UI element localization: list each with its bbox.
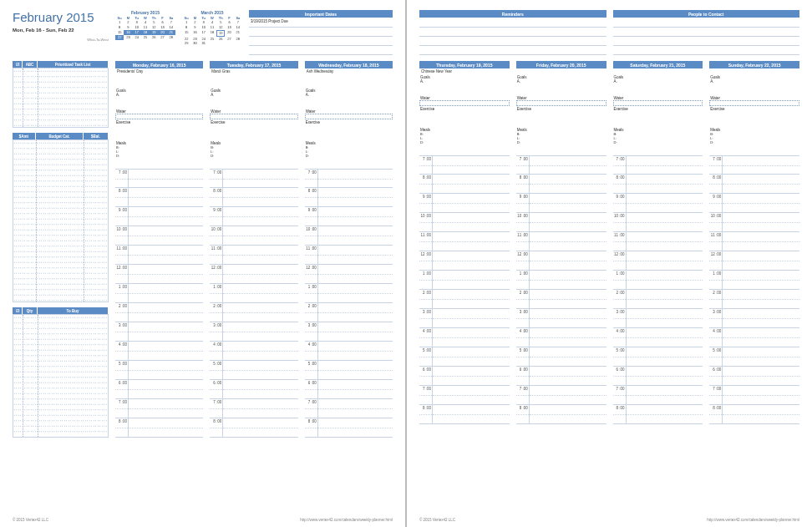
important-dates-body: 3/19/2015 Project Due: [249, 18, 393, 58]
hour-slot: [318, 380, 393, 398]
hour-slot: [129, 284, 203, 302]
hour-label: 10 :00: [210, 226, 223, 245]
reminders-block: Reminders: [419, 10, 606, 58]
hour-label: 12 :00: [305, 265, 318, 283]
hour-label: 8 :00: [613, 405, 627, 423]
hour-row: 10 :00: [305, 226, 393, 246]
hour-row: 2 :00: [419, 290, 510, 309]
water-boxes: [709, 100, 799, 106]
hour-label: 11 :00: [305, 246, 318, 264]
hour-row: 6 :00: [115, 380, 203, 399]
hour-slot: [223, 170, 297, 187]
hour-label: 11 :00: [709, 232, 723, 251]
hour-slot: [318, 188, 393, 206]
hour-slot: [433, 175, 510, 193]
hour-label: 2 :00: [516, 290, 530, 308]
main-columns-right: Thursday, February 19, 2015Chinese New Y…: [419, 61, 799, 424]
meals-area: B:L:D:: [709, 132, 799, 150]
hour-row: 4 :00: [210, 342, 297, 361]
hour-label: 6 :00: [613, 367, 627, 385]
contacts-body: [613, 18, 800, 58]
hour-slot: [723, 367, 799, 385]
hour-slot: [223, 265, 297, 283]
hour-row: 3 :00: [305, 322, 393, 342]
hour-label: 4 :00: [210, 342, 223, 360]
hour-slot: [723, 290, 799, 308]
hour-slot: [723, 386, 799, 404]
planner-spread: February 2015 Mon, Feb 16 - Sun, Feb 22 …: [0, 0, 812, 527]
hour-row: 7 :00: [613, 155, 703, 175]
task-list-header: ☑ABCPrioritized Task List: [13, 61, 109, 68]
goals-area: A.: [305, 94, 393, 109]
goals-area: A.: [115, 94, 203, 109]
hour-slot: [627, 405, 703, 423]
hour-row: 11 :00: [210, 246, 297, 265]
hour-row: 4 :00: [516, 328, 606, 347]
hour-label: 5 :00: [613, 347, 627, 366]
water-boxes: [419, 100, 510, 106]
hour-label: 10 :00: [516, 213, 530, 231]
schedule: 7 :008 :009 :0010 :0011 :0012 :001 :002 …: [305, 169, 393, 438]
hour-row: 9 :00: [613, 194, 703, 213]
hour-label: 7 :00: [115, 399, 129, 418]
hour-slot: [318, 226, 393, 245]
water-boxes: [210, 114, 297, 119]
hour-slot: [530, 405, 606, 423]
hour-row: 8 :00: [613, 175, 703, 194]
hour-label: 1 :00: [516, 271, 530, 289]
hour-label: 8 :00: [613, 175, 627, 193]
hour-row: 11 :00: [115, 246, 203, 265]
day-header: Saturday, February 21, 2015: [613, 61, 703, 68]
hour-slot: [723, 251, 799, 270]
hour-label: 7 :00: [305, 399, 318, 418]
hour-slot: [433, 328, 510, 347]
hour-slot: [223, 399, 297, 418]
schedule: 7 :008 :009 :0010 :0011 :0012 :001 :002 …: [419, 155, 510, 424]
footer-right: © 2015 Vertex42 LLC http://www.vertex42.…: [419, 518, 799, 522]
hour-row: 1 :00: [115, 284, 203, 303]
hour-label: 10 :00: [115, 226, 129, 245]
hour-slot: [723, 232, 799, 251]
copyright: © 2015 Vertex42 LLC: [13, 518, 48, 522]
hour-slot: [129, 170, 203, 187]
hour-slot: [530, 367, 606, 385]
hour-label: 6 :00: [210, 380, 223, 398]
hour-label: 4 :00: [516, 328, 530, 347]
hour-slot: [530, 156, 606, 174]
day-header: Tuesday, February 17, 2015: [210, 61, 297, 68]
hour-label: 12 :00: [709, 251, 723, 270]
hour-label: 2 :00: [709, 290, 723, 308]
hour-slot: [223, 284, 297, 302]
hour-slot: [433, 194, 510, 212]
hour-label: 3 :00: [709, 309, 723, 327]
hour-slot: [530, 309, 606, 327]
hour-slot: [223, 188, 297, 206]
meals-area: B:L:D:: [115, 145, 203, 164]
hour-row: 3 :00: [516, 309, 606, 328]
hour-label: 7 :00: [613, 156, 627, 174]
hour-row: 7 :00: [210, 399, 297, 418]
meals-area: B:L:D:: [210, 145, 297, 164]
hour-label: 5 :00: [210, 361, 223, 379]
hour-label: 8 :00: [709, 175, 723, 193]
hour-row: 6 :00: [419, 367, 510, 386]
hour-row: 7 :00: [115, 399, 203, 418]
hour-label: 12 :00: [210, 265, 223, 283]
hour-slot: [318, 170, 393, 187]
hour-label: 2 :00: [419, 290, 433, 308]
hour-row: 8 :00: [115, 188, 203, 207]
hour-slot: [530, 328, 606, 347]
hour-label: 7 :00: [210, 170, 223, 187]
footer-url: http://www.vertex42.com/calendars/weekly…: [300, 518, 393, 522]
day-column-fri: Friday, February 20, 2015GoalsA.WaterExe…: [516, 61, 606, 424]
day-header: Sunday, February 22, 2015: [709, 61, 799, 68]
hour-slot: [318, 342, 393, 360]
hour-slot: [318, 322, 393, 341]
header-row: February 2015 Mon, Feb 16 - Sun, Feb 22 …: [13, 10, 393, 58]
hour-row: 4 :00: [613, 328, 703, 347]
hour-slot: [723, 405, 799, 423]
water-boxes: [613, 100, 703, 106]
hour-label: 8 :00: [115, 418, 129, 437]
hour-row: 4 :00: [115, 342, 203, 361]
exercise-area: [516, 112, 606, 127]
